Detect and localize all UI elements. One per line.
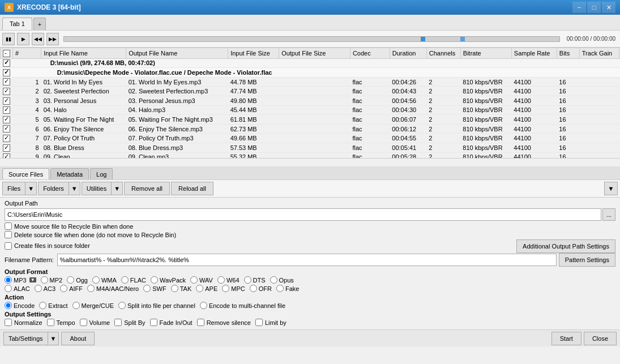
format-tak-radio[interactable]	[171, 285, 178, 292]
col-bitrate[interactable]: Bitrate	[460, 48, 511, 59]
table-row[interactable]: 2 02. Sweetest Perfection 02. Sweetest P…	[1, 87, 621, 96]
output-path-label: Output Path	[5, 200, 38, 207]
tab-source-files[interactable]: Source Files	[2, 168, 49, 179]
col-num[interactable]: #	[13, 48, 41, 59]
tab-1[interactable]: Tab 1	[2, 18, 32, 30]
table-row[interactable]: 3 03. Personal Jesus 03. Personal Jesus.…	[1, 96, 621, 105]
format-flac: FLAC	[121, 276, 146, 284]
file-scroll-area[interactable]: # Input File Name Output File Name Input…	[0, 48, 620, 158]
additional-output-path-button[interactable]: Additional Output Path Settings	[516, 239, 615, 253]
format-wma-radio[interactable]	[92, 276, 100, 284]
tab-settings-label: Tab/Settings	[4, 335, 48, 342]
col-input-name[interactable]: Input File Name	[41, 48, 126, 59]
action-row: Encode Extract Merge/CUE Split into file…	[5, 302, 615, 309]
tab-metadata[interactable]: Metadata	[50, 168, 89, 179]
table-row[interactable]: 8 08. Blue Dress 08. Blue Dress.mp3 57.5…	[1, 143, 621, 152]
horizontal-scrollbar[interactable]	[0, 158, 620, 162]
pattern-settings-button[interactable]: Pattern Settings	[559, 253, 615, 267]
progress-track[interactable]	[63, 36, 560, 42]
format-ofr-radio[interactable]	[250, 285, 257, 292]
remove-silence-checkbox[interactable]	[197, 319, 204, 326]
normalize-checkbox[interactable]	[5, 319, 12, 326]
action-encode-multichannel-radio[interactable]	[200, 302, 207, 309]
format-ogg-radio[interactable]	[67, 276, 74, 284]
folders-dropdown[interactable]: Folders ▼	[38, 182, 80, 195]
table-row[interactable]: 5 05. Waiting For The Night 05. Waiting …	[1, 115, 621, 125]
format-swf-radio[interactable]	[143, 285, 151, 292]
col-output-size[interactable]: Output File Size	[279, 48, 350, 59]
start-button[interactable]: Start	[551, 332, 581, 345]
next-button[interactable]: ▶▶	[46, 33, 59, 45]
delete-when-done-checkbox[interactable]	[5, 231, 12, 238]
minimize-button[interactable]: −	[572, 2, 586, 13]
format-wavpack-radio[interactable]	[151, 276, 158, 284]
pattern-input[interactable]	[57, 254, 557, 266]
col-bits[interactable]: Bits	[557, 48, 579, 59]
format-aiff-radio[interactable]	[60, 285, 67, 292]
maximize-button[interactable]: □	[587, 2, 601, 13]
recycle-bin-checkbox[interactable]	[5, 222, 12, 230]
col-track-gain[interactable]: Track Gain	[579, 48, 619, 59]
format-ape-radio[interactable]	[196, 285, 203, 292]
action-extract-radio[interactable]	[39, 302, 46, 309]
col-sample-rate[interactable]: Sample Rate	[511, 48, 557, 59]
fade-inout-checkbox[interactable]	[150, 319, 157, 326]
format-alac-radio[interactable]	[5, 285, 12, 292]
remove-all-button[interactable]: Remove all	[124, 182, 170, 195]
progress-thumb-left[interactable]	[421, 37, 425, 41]
browse-button[interactable]: ...	[602, 208, 615, 221]
col-output-name[interactable]: Output File Name	[126, 48, 228, 59]
format-flac-radio[interactable]	[121, 276, 129, 284]
play-button[interactable]: ▶	[17, 33, 29, 45]
action-encode-radio[interactable]	[5, 302, 12, 309]
split-by-checkbox[interactable]	[114, 319, 122, 326]
format-wma-label: WMA	[101, 277, 117, 284]
format-fake-radio[interactable]	[276, 285, 284, 292]
col-input-size[interactable]: Input File Size	[228, 48, 279, 59]
source-folder-checkbox[interactable]	[5, 242, 12, 250]
tab-add-button[interactable]: +	[33, 18, 46, 30]
action-split-channel-radio[interactable]	[118, 302, 126, 309]
format-wav-radio[interactable]	[190, 276, 198, 284]
table-row[interactable]: 1 01. World In My Eyes 01. World In My E…	[1, 77, 621, 87]
table-row[interactable]: 9 09. Clean 09. Clean.mp3 55.32 MB flac …	[1, 152, 621, 158]
format-ogg: Ogg	[67, 276, 88, 284]
format-mpc-radio[interactable]	[222, 285, 229, 292]
format-opus-radio[interactable]	[270, 276, 277, 284]
col-codec[interactable]: Codec	[350, 48, 390, 59]
format-w64-radio[interactable]	[217, 276, 225, 284]
format-m4a-radio[interactable]	[87, 285, 95, 292]
progress-thumb-right[interactable]	[460, 37, 465, 41]
volume-label: Volume	[89, 319, 110, 326]
tab-settings-button[interactable]: Tab/Settings ▼	[3, 332, 59, 345]
group-row-root[interactable]: D:\music\ (9/9, 274.68 MB, 00:47:02)	[1, 58, 621, 68]
subgroup-row[interactable]: D:\music\Depeche Mode - Violator.flac.cu…	[1, 68, 621, 78]
tab-log[interactable]: Log	[90, 168, 113, 179]
table-row[interactable]: 6 06. Enjoy The Silence 06. Enjoy The Si…	[1, 124, 621, 134]
table-row[interactable]: 4 04. Halo 04. Halo.mp3 45.44 MB flac 00…	[1, 105, 621, 115]
close-window-button[interactable]: ✕	[602, 2, 615, 13]
format-mpc-label: MPC	[231, 285, 245, 292]
output-path-input[interactable]	[5, 208, 601, 221]
pattern-label: Filename Pattern:	[5, 256, 54, 263]
close-button[interactable]: Close	[584, 332, 617, 345]
format-mp3-radio[interactable]	[5, 276, 12, 284]
prev-button[interactable]: ◀◀	[32, 33, 44, 45]
format-ac3-radio[interactable]	[35, 285, 42, 292]
format-mp2-radio[interactable]	[41, 276, 48, 284]
action-mergecue-radio[interactable]	[72, 302, 80, 309]
about-button[interactable]: About	[61, 332, 95, 345]
limit-by-checkbox[interactable]	[255, 319, 263, 326]
volume-checkbox[interactable]	[80, 319, 87, 326]
reload-all-button[interactable]: Reload all	[171, 182, 213, 195]
mp3-icon: ▼	[29, 277, 36, 282]
table-row[interactable]: 7 07. Policy Of Truth 07. Policy Of Trut…	[1, 134, 621, 143]
files-dropdown[interactable]: Files ▼	[2, 182, 37, 195]
tempo-checkbox[interactable]	[47, 319, 54, 326]
stop-button[interactable]: ▮▮	[2, 33, 15, 45]
format-dts-radio[interactable]	[244, 276, 251, 284]
col-duration[interactable]: Duration	[390, 48, 426, 59]
col-channels[interactable]: Channels	[426, 48, 460, 59]
utilities-dropdown[interactable]: Utilities ▼	[82, 182, 123, 195]
utilities-right-dropdown[interactable]: ▼	[604, 182, 618, 195]
